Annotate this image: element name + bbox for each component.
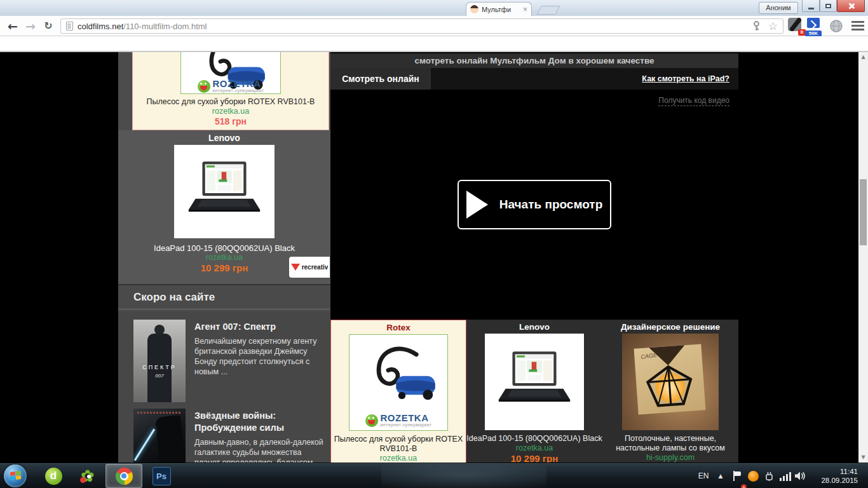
start-button[interactable] — [4, 464, 27, 487]
maximize-button[interactable] — [820, 0, 837, 12]
page-icon — [66, 22, 73, 30]
scroll-up-arrow[interactable]: ▲ — [858, 52, 868, 62]
spectre-poster: СПЕКТР 007 — [133, 320, 186, 402]
url-host: coldfilms.net — [78, 22, 123, 31]
movie-title[interactable]: Агент 007: Спектр — [194, 321, 324, 333]
clock-time: 11:41 — [812, 467, 858, 476]
profile-button[interactable]: Аноним — [759, 2, 798, 14]
taskbar-clock[interactable]: 11:41 28.09.2015 — [812, 463, 863, 488]
scrollbar-thumb[interactable] — [860, 179, 867, 245]
flag-glyph — [733, 471, 742, 481]
back-button[interactable]: ← — [5, 18, 20, 34]
volume-icon[interactable] — [793, 463, 807, 488]
tray-app-icon[interactable] — [746, 463, 760, 488]
counter-extension-icon[interactable]: 59K — [807, 18, 822, 34]
recreativ-label: recreativ — [302, 264, 329, 271]
minimize-icon — [808, 8, 814, 10]
scroll-down-arrow[interactable]: ▼ — [858, 452, 868, 463]
tray-expand-arrow[interactable]: ▲ — [714, 463, 727, 488]
ad-title: IdeaPad 100-15 (80QQ0062UA) Black — [466, 434, 602, 444]
ad-title: IdeaPad 100-15 (80QQ0062UA) Black — [118, 243, 330, 253]
taskbar-download-master[interactable]: d — [37, 464, 70, 488]
bottom-ad-lamp[interactable]: Дизайнерское решение — [602, 320, 738, 463]
movie-description: Величайшему секретному агенту британской… — [194, 336, 324, 377]
coming-soon-header: Скоро на сайте — [118, 284, 330, 309]
rozetka-tagline: интернет-супермаркет — [381, 423, 432, 427]
rozetka-smiley-icon — [365, 414, 378, 427]
orange-app-icon — [748, 471, 759, 482]
ad-site-link[interactable]: hi-supply.com — [602, 453, 738, 463]
video-page-title: смотреть онлайн Мультфильм Дом в хорошем… — [330, 53, 738, 68]
tab-close-icon[interactable]: × — [523, 6, 527, 13]
ad-site-link[interactable]: rozetka.ua — [331, 454, 466, 463]
lamp-ad-image: CAGE — [622, 334, 719, 430]
bottom-ad-rotex[interactable]: Rotex ROZETKA — [330, 320, 466, 463]
page-scrollbar[interactable]: ▲ ▼ — [858, 52, 868, 463]
browser-tab[interactable]: Мультфи × — [466, 2, 532, 16]
coming-soon-list: СПЕКТР 007 Агент 007: Спектр Величайшему… — [118, 311, 330, 463]
bottom-ads-row: Rotex ROZETKA — [330, 320, 738, 463]
browser-toolbar: ← → ↻ coldfilms.net/110-multfilm-dom.htm… — [0, 16, 868, 36]
ad-price: 518 грн — [133, 116, 329, 127]
laptop-ad-image — [174, 145, 275, 238]
taskbar-icq[interactable]: ✿ — [71, 464, 104, 488]
poster-figure — [155, 415, 186, 463]
windows-logo-icon — [10, 471, 21, 481]
poster-subtitle: 007 — [133, 373, 186, 379]
action-center-flag-icon[interactable]: × — [729, 463, 745, 488]
sidebar-ad-rotex[interactable]: ROZETKA интернет-супермаркет Пылесос для… — [132, 52, 329, 130]
laptop-ad-image — [485, 334, 584, 430]
taskbar-chrome-active[interactable] — [105, 464, 142, 488]
recreativ-badge[interactable]: recreativ — [289, 257, 330, 278]
tab-watch-online[interactable]: Смотреть онлайн — [330, 68, 431, 90]
taskbar-photoshop[interactable]: Ps — [145, 464, 178, 488]
sidebar: ROZETKA интернет-супермаркет Пылесос для… — [118, 52, 330, 463]
rozetka-logo: ROZETKA интернет-супермаркет — [349, 414, 447, 427]
windows-taskbar: d ✿ Ps EN ▲ × 11:41 28.09.2015 — [0, 463, 868, 488]
browser-titlebar: Мультфи × Аноним — [0, 0, 868, 16]
blocker-extension-icon[interactable]: 0 — [788, 18, 803, 34]
language-indicator[interactable]: EN — [694, 463, 713, 488]
recreativ-logo-icon — [291, 264, 300, 271]
webpage: ROZETKA интернет-супермаркет Пылесос для… — [0, 52, 868, 463]
new-tab-button[interactable] — [536, 6, 560, 15]
key-icon[interactable] — [752, 21, 761, 31]
clock-date: 28.09.2015 — [812, 476, 858, 485]
play-icon — [466, 191, 488, 219]
laptop-drawing — [493, 349, 576, 417]
ipad-help-link[interactable]: Как смотреть на iPad? — [642, 68, 729, 90]
address-bar[interactable]: coldfilms.net/110-multfilm-dom.html ☆ — [60, 18, 783, 34]
poster-title: СПЕКТР — [133, 364, 186, 370]
player-tab-bar: Смотреть онлайн Как смотреть на iPad? — [330, 68, 738, 90]
poster-topline — [137, 412, 182, 414]
video-player-area[interactable]: Получить код видео Начать просмотр — [330, 90, 738, 320]
bottom-ad-lenovo[interactable]: Lenovo — [466, 320, 602, 463]
movie-title[interactable]: Звёздные войны: Пробуждение силы — [194, 410, 324, 434]
minimize-button[interactable] — [802, 0, 820, 12]
ad-site-link[interactable]: rozetka.ua — [466, 444, 602, 453]
power-plug-icon[interactable] — [761, 463, 776, 488]
maximize-icon — [825, 4, 831, 8]
chrome-menu-icon[interactable] — [851, 21, 864, 31]
rozetka-logo-text: ROZETKA — [381, 414, 432, 423]
laptop-drawing — [183, 159, 266, 227]
network-signal-icon[interactable] — [778, 463, 793, 488]
movie-description: Давным-давно, в далекой-далекой галактик… — [194, 437, 324, 463]
main-content: смотреть онлайн Мультфильм Дом в хорошем… — [330, 52, 738, 463]
ad-brand: Дизайнерское решение — [602, 320, 738, 333]
bookmark-star-icon[interactable]: ☆ — [768, 21, 778, 32]
reload-button[interactable]: ↻ — [41, 18, 56, 34]
ad-site-link[interactable]: rozetka.ua — [133, 107, 329, 116]
icq-flower-icon: ✿ — [81, 468, 95, 484]
tab-title: Мультфи — [482, 6, 511, 13]
ad-brand: Lenovo — [118, 130, 330, 144]
rozetka-logo-text: ROZETKA — [213, 79, 264, 88]
rozetka-tagline: интернет-супермаркет — [213, 88, 264, 93]
download-master-icon: d — [45, 468, 62, 485]
forward-button[interactable]: → — [23, 18, 38, 34]
play-button[interactable]: Начать просмотр — [458, 180, 611, 229]
ad-title: Пылесос для сухой уборки ROTEX RVB101-B — [133, 97, 329, 107]
close-button[interactable] — [837, 0, 865, 12]
get-video-code-link[interactable]: Получить код видео — [658, 96, 729, 106]
globe-extension-icon[interactable] — [830, 20, 843, 32]
